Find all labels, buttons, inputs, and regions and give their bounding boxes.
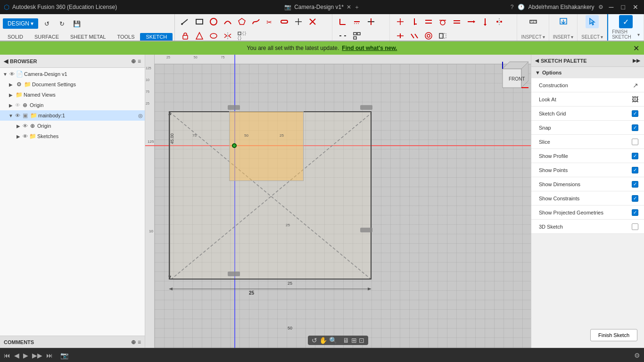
browser-add-icon[interactable]: ⊕ xyxy=(131,58,136,65)
notification-close-icon[interactable]: ✕ xyxy=(633,44,639,53)
eye-icon-origin-top[interactable]: 👁 xyxy=(15,102,20,108)
tool-collinear[interactable] xyxy=(408,29,421,41)
finish-sketch-label[interactable]: FINISH SKETCH ▾ xyxy=(612,29,640,40)
eye-icon-root[interactable]: 👁 xyxy=(9,71,15,77)
tree-item-sketches[interactable]: ▶ 👁 📁 Sketches xyxy=(0,131,145,141)
expand-arrow-views[interactable]: ▶ xyxy=(8,92,14,98)
tool-scissors[interactable]: ✂ xyxy=(264,15,277,28)
show-points-row[interactable]: Show Points ✓ xyxy=(531,163,644,177)
target-icon[interactable]: ◎ xyxy=(138,113,143,119)
tool-offset[interactable] xyxy=(350,15,363,28)
3d-sketch-row[interactable]: 3D Sketch xyxy=(531,220,644,234)
tool-midpoint[interactable] xyxy=(394,29,407,41)
minimize-btn[interactable]: ─ xyxy=(607,3,616,11)
slice-checkbox[interactable] xyxy=(632,139,638,145)
sketch-grid-checkbox[interactable]: ✓ xyxy=(632,110,638,117)
tool-zoom2[interactable]: 🔍 xyxy=(329,337,337,344)
tab-solid[interactable]: SOLID xyxy=(2,33,29,41)
tree-item-mainbody[interactable]: ▼ 👁 ▣ 📁 mainbody:1 ◎ xyxy=(0,110,145,121)
tool-arc[interactable] xyxy=(221,15,234,28)
tool-insert[interactable] xyxy=(557,15,570,28)
undo-icon[interactable]: ↺ xyxy=(40,17,53,30)
tool-ellipse[interactable] xyxy=(207,29,220,41)
timeline-icon[interactable]: 📷 xyxy=(60,352,68,359)
tool-pan2[interactable]: ✋ xyxy=(319,337,327,344)
show-dimensions-row[interactable]: Show Dimensions ✓ xyxy=(531,177,644,191)
expand-arrow-mainbody[interactable]: ▼ xyxy=(8,113,14,118)
palette-expand-icon[interactable]: ▶▶ xyxy=(633,58,640,63)
tree-item-named-views[interactable]: ▶ 📁 Named Views xyxy=(0,90,145,100)
browser-options-icon[interactable]: ≡ xyxy=(138,58,141,65)
play-prev-icon[interactable]: ◀ xyxy=(14,352,19,359)
tool-measure[interactable] xyxy=(527,15,540,28)
show-projected-checkbox[interactable]: ✓ xyxy=(632,209,638,216)
insert-label[interactable]: INSERT ▾ xyxy=(553,34,574,40)
redo-icon[interactable]: ↻ xyxy=(55,17,68,30)
snap-checkbox[interactable]: ✓ xyxy=(632,124,638,131)
save-icon[interactable]: 💾 xyxy=(70,17,83,30)
canvas-area[interactable]: 125 10 75 25 25 50 75 xyxy=(145,55,531,348)
select-label[interactable]: SELECT ▾ xyxy=(581,34,603,40)
tree-item-doc-settings[interactable]: ▶ ⚙ 📁 Document Settings xyxy=(0,79,145,90)
tool-perpendicular[interactable] xyxy=(408,15,421,28)
tool-scale[interactable] xyxy=(350,29,363,41)
tool-slot[interactable] xyxy=(278,15,291,28)
comments-options-icon[interactable]: ≡ xyxy=(138,339,141,346)
expand-arrow-doc[interactable]: ▶ xyxy=(8,82,14,87)
tool-display2[interactable]: 🖥 xyxy=(343,337,349,344)
tab-tools[interactable]: TOOLS xyxy=(111,33,140,41)
eye-icon-mainbody[interactable]: 👁 xyxy=(15,113,20,118)
eye-icon-origin-body[interactable]: 👁 xyxy=(23,123,28,129)
settings-gear-icon[interactable]: ⚙ xyxy=(634,352,640,359)
tool-orbit2[interactable]: ↺ xyxy=(312,337,317,344)
construction-row[interactable]: Construction ↗ xyxy=(531,78,644,92)
tool-fillet[interactable] xyxy=(336,15,349,28)
settings-icon[interactable]: ⚙ xyxy=(598,4,603,10)
construction-icon[interactable]: ↗ xyxy=(633,82,638,89)
tool-rectangle[interactable] xyxy=(193,15,206,28)
show-constraints-row[interactable]: Show Constraints ✓ xyxy=(531,191,644,206)
tool-finish-sketch[interactable]: ✓ xyxy=(619,15,633,28)
play-next-icon[interactable]: ▶▶ xyxy=(32,352,42,359)
design-button[interactable]: DESIGN ▾ xyxy=(3,18,38,29)
look-at-icon[interactable]: 🖼 xyxy=(632,96,638,103)
tool-equal[interactable] xyxy=(450,15,463,28)
tree-item-root[interactable]: ▼ 👁 📄 Camera-Design v1 xyxy=(0,69,145,79)
palette-collapse-icon[interactable]: ◀ xyxy=(535,58,539,63)
play-first-icon[interactable]: ⏮ xyxy=(4,352,10,359)
tab-sketch[interactable]: SKETCH xyxy=(140,33,173,41)
tool-symmetric[interactable] xyxy=(493,15,506,28)
maximize-btn[interactable]: □ xyxy=(619,3,627,11)
show-profile-checkbox[interactable]: ✓ xyxy=(632,153,638,159)
tool-fix[interactable] xyxy=(179,29,192,41)
tool-line[interactable] xyxy=(179,15,192,28)
expand-arrow-sketches[interactable]: ▶ xyxy=(15,134,22,139)
3d-sketch-checkbox[interactable] xyxy=(632,223,638,230)
tool-spline[interactable] xyxy=(249,15,263,28)
tree-item-origin-body[interactable]: ▶ 👁 ⊕ Origin xyxy=(0,121,145,131)
tool-horizontal[interactable] xyxy=(464,15,478,28)
view-cube[interactable]: FRONT xyxy=(495,57,528,90)
tool-concentric[interactable] xyxy=(422,29,435,41)
expand-arrow-root[interactable]: ▼ xyxy=(2,72,8,77)
snap-row[interactable]: Snap ✓ xyxy=(531,121,644,135)
show-profile-row[interactable]: Show Profile ✓ xyxy=(531,149,644,163)
tab-surface[interactable]: SURFACE xyxy=(29,33,65,41)
comments-add-icon[interactable]: ⊕ xyxy=(131,339,136,346)
tool-circle[interactable] xyxy=(207,15,220,28)
play-last-icon[interactable]: ⏭ xyxy=(46,352,53,359)
tool-grid2[interactable]: ⊞ xyxy=(351,337,357,344)
show-projected-row[interactable]: Show Projected Geometries ✓ xyxy=(531,206,644,220)
finish-sketch-button[interactable]: Finish Sketch xyxy=(590,329,637,341)
tool-snap2[interactable]: ⊡ xyxy=(359,337,364,344)
tool-project[interactable] xyxy=(436,29,449,41)
look-at-row[interactable]: Look At 🖼 xyxy=(531,92,644,107)
tool-select[interactable] xyxy=(586,15,599,28)
eye-icon-sketches[interactable]: 👁 xyxy=(23,133,28,139)
tool-mirror[interactable] xyxy=(221,29,234,41)
slice-row[interactable]: Slice xyxy=(531,135,644,149)
tool-cross[interactable] xyxy=(306,15,319,28)
tool-vertical[interactable] xyxy=(479,15,492,28)
add-tab-icon[interactable]: ＋ xyxy=(354,3,360,11)
tool-point[interactable] xyxy=(292,15,305,28)
